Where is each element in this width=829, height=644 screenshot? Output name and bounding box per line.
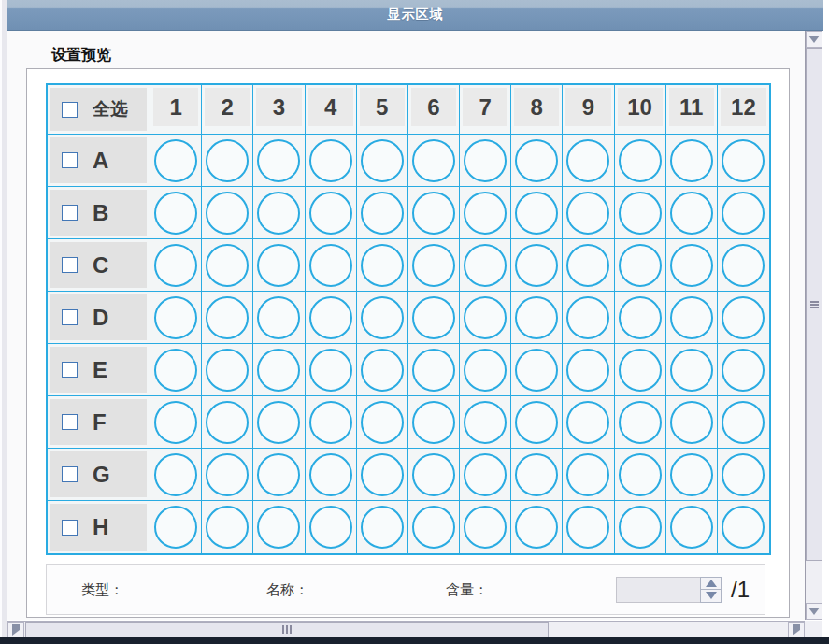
column-header-11[interactable]: 11 <box>666 85 718 135</box>
well-A4[interactable] <box>306 135 357 187</box>
row-header-F[interactable]: F <box>48 396 150 449</box>
well-C2[interactable] <box>202 239 253 292</box>
well-D7[interactable] <box>460 292 511 344</box>
column-header-3[interactable]: 3 <box>253 85 305 135</box>
well-E8[interactable] <box>511 344 563 396</box>
well-F5[interactable] <box>357 396 408 449</box>
well-B10[interactable] <box>615 187 666 239</box>
well-D8[interactable] <box>511 292 563 344</box>
spinner-value-field[interactable] <box>616 577 700 603</box>
well-G1[interactable] <box>150 449 202 501</box>
column-header-8[interactable]: 8 <box>511 85 563 135</box>
well-F6[interactable] <box>408 396 460 449</box>
well-H5[interactable] <box>357 501 408 553</box>
row-header-A[interactable]: A <box>48 135 150 187</box>
well-F11[interactable] <box>666 396 718 449</box>
well-G4[interactable] <box>306 449 357 501</box>
well-G11[interactable] <box>666 449 718 501</box>
well-F9[interactable] <box>563 396 614 449</box>
well-E10[interactable] <box>615 344 666 396</box>
row-checkbox-C[interactable] <box>62 257 78 273</box>
row-checkbox-F[interactable] <box>62 414 78 430</box>
well-B7[interactable] <box>460 187 511 239</box>
row-header-H[interactable]: H <box>48 501 150 553</box>
well-C6[interactable] <box>408 239 460 292</box>
well-A12[interactable] <box>718 135 769 187</box>
column-header-4[interactable]: 4 <box>306 85 357 135</box>
column-header-10[interactable]: 10 <box>615 85 666 135</box>
well-C12[interactable] <box>718 239 769 292</box>
well-E12[interactable] <box>718 344 769 396</box>
well-D9[interactable] <box>563 292 614 344</box>
scroll-left-button[interactable] <box>7 622 24 637</box>
well-A5[interactable] <box>357 135 408 187</box>
well-G7[interactable] <box>460 449 511 501</box>
row-header-C[interactable]: C <box>48 239 150 292</box>
column-header-12[interactable]: 12 <box>718 85 769 135</box>
well-E7[interactable] <box>460 344 511 396</box>
well-F8[interactable] <box>511 396 563 449</box>
well-F12[interactable] <box>718 396 769 449</box>
well-G10[interactable] <box>615 449 666 501</box>
well-F4[interactable] <box>306 396 357 449</box>
scroll-down-button[interactable] <box>806 603 822 620</box>
well-B4[interactable] <box>306 187 357 239</box>
spinner-down-button[interactable] <box>700 590 722 603</box>
well-E11[interactable] <box>666 344 718 396</box>
well-B8[interactable] <box>511 187 563 239</box>
well-A9[interactable] <box>563 135 614 187</box>
well-H7[interactable] <box>460 501 511 553</box>
column-header-1[interactable]: 1 <box>150 85 202 135</box>
row-header-G[interactable]: G <box>48 449 150 501</box>
well-H6[interactable] <box>408 501 460 553</box>
well-H2[interactable] <box>202 501 253 553</box>
horizontal-scrollbar-thumb[interactable] <box>25 622 549 637</box>
well-C1[interactable] <box>150 239 202 292</box>
well-B1[interactable] <box>150 187 202 239</box>
well-H11[interactable] <box>666 501 718 553</box>
well-H9[interactable] <box>563 501 614 553</box>
well-B12[interactable] <box>718 187 769 239</box>
well-E2[interactable] <box>202 344 253 396</box>
well-G6[interactable] <box>408 449 460 501</box>
well-E5[interactable] <box>357 344 408 396</box>
row-header-D[interactable]: D <box>48 292 150 344</box>
well-A3[interactable] <box>253 135 305 187</box>
well-A8[interactable] <box>511 135 563 187</box>
well-C10[interactable] <box>615 239 666 292</box>
well-A11[interactable] <box>666 135 718 187</box>
row-checkbox-D[interactable] <box>62 309 78 325</box>
well-C11[interactable] <box>666 239 718 292</box>
well-H3[interactable] <box>253 501 305 553</box>
well-D6[interactable] <box>408 292 460 344</box>
row-header-B[interactable]: B <box>48 187 150 239</box>
well-D12[interactable] <box>718 292 769 344</box>
well-D3[interactable] <box>253 292 305 344</box>
well-H12[interactable] <box>718 501 769 553</box>
vertical-scrollbar[interactable] <box>805 31 822 620</box>
column-header-9[interactable]: 9 <box>563 85 614 135</box>
well-E1[interactable] <box>150 344 202 396</box>
row-checkbox-A[interactable] <box>62 152 78 168</box>
spinner-up-button[interactable] <box>700 577 722 591</box>
well-E4[interactable] <box>306 344 357 396</box>
well-E3[interactable] <box>253 344 305 396</box>
well-F1[interactable] <box>150 396 202 449</box>
select-all-checkbox[interactable] <box>62 102 78 118</box>
well-D5[interactable] <box>357 292 408 344</box>
well-B3[interactable] <box>253 187 305 239</box>
well-D10[interactable] <box>615 292 666 344</box>
well-H10[interactable] <box>615 501 666 553</box>
well-H4[interactable] <box>306 501 357 553</box>
well-A10[interactable] <box>615 135 666 187</box>
well-D4[interactable] <box>306 292 357 344</box>
column-header-6[interactable]: 6 <box>408 85 460 135</box>
well-E9[interactable] <box>563 344 614 396</box>
column-header-7[interactable]: 7 <box>460 85 511 135</box>
well-F7[interactable] <box>460 396 511 449</box>
well-C5[interactable] <box>357 239 408 292</box>
select-all-cell[interactable]: 全选 <box>48 85 150 135</box>
well-C9[interactable] <box>563 239 614 292</box>
content-spinner[interactable] <box>616 577 722 603</box>
row-checkbox-H[interactable] <box>62 520 78 536</box>
